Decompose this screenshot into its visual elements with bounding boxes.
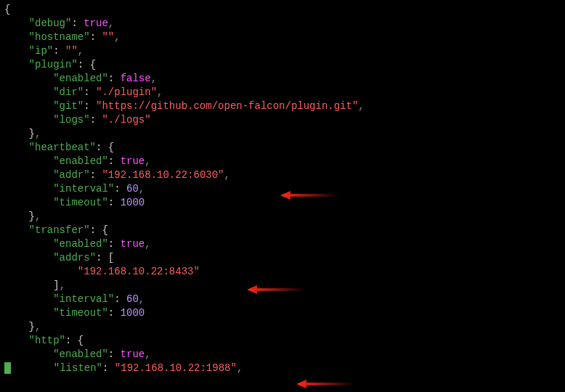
json-config-view: { "debug": true, "hostname": "", "ip": "… xyxy=(4,3,561,375)
code-line: "timeout": 1000 xyxy=(4,196,561,210)
code-line: "enabled": true, xyxy=(4,155,561,168)
json-value: 60 xyxy=(126,183,139,195)
code-line: "dir": "./plugin", xyxy=(4,86,561,99)
code-line: "enabled": true, xyxy=(4,237,561,251)
code-line: "transfer": { xyxy=(4,224,561,237)
json-key: "http" xyxy=(29,335,65,346)
json-key: "plugin" xyxy=(29,59,78,70)
json-value: "192.168.10.22:1988" xyxy=(115,362,237,374)
json-value: true xyxy=(84,17,108,29)
code-line: "interval": 60, xyxy=(4,182,561,196)
json-key: "addrs" xyxy=(53,252,96,264)
code-line: "timeout": 1000 xyxy=(4,306,561,320)
code-line: "hostname": "", xyxy=(4,30,561,44)
code-line: }, xyxy=(4,320,561,334)
json-value: "" xyxy=(102,31,114,43)
code-line: "http": { xyxy=(4,334,561,348)
code-line: "heartbeat": { xyxy=(4,141,561,155)
json-key: "timeout" xyxy=(53,307,108,319)
json-value: 1000 xyxy=(121,307,145,319)
code-line: "listen": "192.168.10.22:1988", xyxy=(4,362,561,375)
code-line: }, xyxy=(4,210,561,224)
json-value: true xyxy=(121,155,145,167)
code-line: "interval": 60, xyxy=(4,293,561,306)
json-value: 60 xyxy=(126,293,139,305)
json-value: "./plugin" xyxy=(96,86,157,98)
json-key: "listen" xyxy=(54,362,102,374)
json-key: "interval" xyxy=(53,293,114,305)
code-line: { xyxy=(4,3,561,17)
json-key: "enabled" xyxy=(53,238,108,250)
json-value: "192.168.10.22:6030" xyxy=(102,169,224,181)
json-value: "https://github.com/open-falcon/plugin.g… xyxy=(96,100,358,112)
code-line: ], xyxy=(4,279,561,293)
code-line: "addrs": [ xyxy=(4,251,561,265)
code-line: "git": "https://github.com/open-falcon/p… xyxy=(4,99,561,113)
json-key: "interval" xyxy=(53,183,114,195)
json-key: "enabled" xyxy=(53,348,108,360)
code-line: "addr": "192.168.10.22:6030", xyxy=(4,168,561,182)
json-value: false xyxy=(121,73,151,84)
json-key: "addr" xyxy=(53,169,89,181)
json-value: "" xyxy=(65,45,78,57)
code-line: "ip": "", xyxy=(4,44,561,58)
json-key: "enabled" xyxy=(53,73,108,84)
json-key: "enabled" xyxy=(53,155,108,167)
json-value: "192.168.10.22:8433" xyxy=(78,266,200,277)
json-key: "dir" xyxy=(53,86,84,98)
json-value: true xyxy=(121,348,145,360)
json-value: 1000 xyxy=(121,197,145,208)
code-line: "192.168.10.22:8433" xyxy=(4,265,561,279)
code-line: "enabled": false, xyxy=(4,72,561,86)
json-key: "logs" xyxy=(53,114,89,126)
json-key: "git" xyxy=(53,100,84,112)
json-key: "hostname" xyxy=(29,31,90,43)
json-key: "timeout" xyxy=(53,197,108,208)
text-cursor xyxy=(4,362,11,374)
code-line: "enabled": true, xyxy=(4,348,561,362)
code-line: }, xyxy=(4,127,561,141)
json-key: "transfer" xyxy=(29,224,90,236)
annotation-arrow-icon xyxy=(296,379,354,389)
json-value: "./logs" xyxy=(102,114,150,126)
code-line: "debug": true, xyxy=(4,17,561,30)
code-line: "plugin": { xyxy=(4,58,561,72)
json-key: "debug" xyxy=(29,17,72,29)
svg-marker-2 xyxy=(296,380,354,388)
code-line: "logs": "./logs" xyxy=(4,113,561,127)
json-key: "heartbeat" xyxy=(29,142,96,153)
json-value: true xyxy=(121,238,145,250)
json-key: "ip" xyxy=(29,45,54,57)
